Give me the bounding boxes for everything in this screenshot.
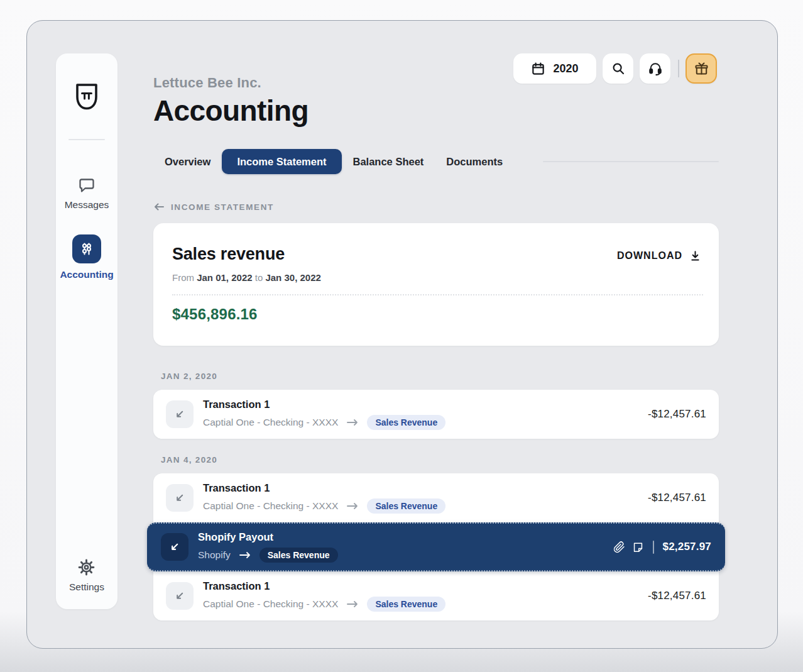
chat-bubble-icon — [78, 177, 96, 194]
transaction-title: Transaction 1 — [203, 580, 445, 592]
sidebar-item-label: Settings — [69, 581, 104, 593]
sidebar-divider — [68, 139, 105, 140]
sidebar-item-accounting[interactable]: Accounting — [60, 234, 113, 280]
back-arrow-icon — [153, 202, 165, 212]
pi-shield-logo-icon — [73, 82, 101, 111]
tab-rule — [543, 161, 719, 162]
category-badge[interactable]: Sales Revenue — [367, 597, 445, 612]
transaction-row[interactable]: Transaction 1 Captial One - Checking - X… — [153, 473, 719, 522]
tab-balance-sheet[interactable]: Balance Sheet — [342, 149, 435, 174]
summary-title: Sales revenue — [172, 245, 285, 264]
sidebar-item-messages[interactable]: Messages — [65, 177, 109, 211]
sidebar-item-settings[interactable]: Settings — [69, 559, 104, 593]
group-date-header: JAN 4, 2020 — [153, 455, 719, 465]
download-label: DOWNLOAD — [617, 250, 682, 262]
tab-documents[interactable]: Documents — [435, 149, 514, 174]
summary-card: Sales revenue From Jan 01, 2022 to Jan 3… — [153, 223, 719, 346]
paperclip-icon[interactable] — [613, 541, 625, 553]
transaction-title: Shopify Payout — [198, 531, 338, 543]
transaction-title: Transaction 1 — [203, 399, 445, 410]
download-button[interactable]: DOWNLOAD — [617, 250, 701, 262]
transaction-source: Shopify — [198, 549, 231, 561]
date-range: From Jan 01, 2022 to Jan 30, 2022 — [172, 272, 321, 283]
transaction-amount: -$12,457.61 — [648, 492, 706, 504]
transaction-row-selected[interactable]: Shopify Payout Shopify Sales Revenue — [147, 522, 725, 571]
transaction-row[interactable]: Transaction 1 Captial One - Checking - X… — [153, 571, 719, 620]
download-icon — [689, 250, 701, 262]
app-window: Messages Accounting — [26, 20, 778, 649]
arrow-down-left-icon — [166, 484, 194, 512]
arrow-down-left-icon — [166, 582, 194, 610]
tab-overview[interactable]: Overview — [153, 149, 222, 174]
transaction-source: Captial One - Checking - XXXX — [203, 598, 338, 610]
category-badge[interactable]: Sales Revenue — [367, 498, 445, 514]
date-start: Jan 01, 2022 — [197, 272, 252, 283]
transaction-row[interactable]: Transaction 1 Captial One - Checking - X… — [153, 390, 719, 439]
page-title: Accounting — [153, 94, 719, 128]
transaction-source: Captial One - Checking - XXXX — [203, 417, 338, 428]
company-name: Lettuce Bee Inc. — [153, 75, 719, 91]
amount-divider — [653, 541, 654, 554]
abacus-icon — [72, 234, 101, 263]
transaction-source: Captial One - Checking - XXXX — [203, 500, 338, 512]
sidebar-item-label: Accounting — [60, 269, 113, 280]
transaction-card: Transaction 1 Captial One - Checking - X… — [153, 390, 719, 439]
tab-income-statement[interactable]: Income Statement — [222, 149, 341, 174]
transaction-title: Transaction 1 — [203, 482, 445, 494]
transaction-amount: $2,257.97 — [663, 541, 711, 553]
arrow-right-icon — [346, 600, 359, 608]
transaction-amount: -$12,457.61 — [648, 590, 706, 602]
transaction-amount: -$12,457.61 — [648, 408, 706, 421]
arrow-right-icon — [346, 419, 359, 426]
date-end: Jan 30, 2022 — [265, 272, 320, 283]
dotted-divider — [172, 294, 703, 295]
sidebar-item-label: Messages — [65, 199, 109, 211]
gear-icon — [78, 559, 95, 576]
main-content: Lettuce Bee Inc. Accounting Overview Inc… — [153, 53, 719, 620]
arrow-right-icon — [239, 551, 251, 559]
sidebar: Messages Accounting — [56, 53, 117, 609]
breadcrumb-label: INCOME STATEMENT — [171, 202, 274, 212]
group-date-header: JAN 2, 2020 — [153, 372, 719, 381]
arrow-down-left-icon — [166, 400, 194, 428]
category-badge[interactable]: Sales Revenue — [259, 548, 338, 563]
arrow-right-icon — [346, 502, 359, 510]
note-icon[interactable] — [632, 541, 644, 553]
summary-amount: $456,896.16 — [172, 306, 258, 323]
arrow-down-left-icon — [161, 533, 188, 561]
transaction-card: Transaction 1 Captial One - Checking - X… — [153, 473, 719, 620]
category-badge[interactable]: Sales Revenue — [367, 415, 445, 430]
breadcrumb[interactable]: INCOME STATEMENT — [153, 202, 719, 212]
tab-bar: Overview Income Statement Balance Sheet … — [153, 149, 719, 174]
